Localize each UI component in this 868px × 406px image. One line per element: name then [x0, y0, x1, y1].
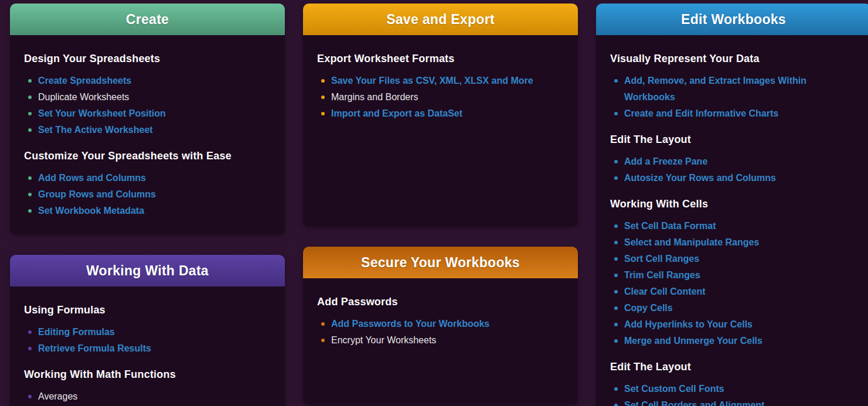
- card-header-save-export: Save and Export: [303, 4, 578, 35]
- section-save-export-0: Export Worksheet FormatsSave Your Files …: [317, 52, 564, 122]
- section-heading: Working With Math Functions: [24, 367, 271, 381]
- card-body-working-data: Using FormulasEditing FormulasRetrieve F…: [10, 286, 285, 406]
- topic-link[interactable]: Create and Edit Informative Charts: [610, 105, 857, 122]
- topic-item: Averages: [24, 388, 271, 405]
- section-create-1: Customize Your Spreadsheets with EaseAdd…: [24, 149, 271, 219]
- card-title: Working With Data: [86, 263, 209, 279]
- card-title: Create: [126, 12, 169, 28]
- column-2: Save and ExportExport Worksheet FormatsS…: [303, 4, 578, 405]
- topic-link[interactable]: Retrieve Formula Results: [24, 340, 271, 357]
- topic-link[interactable]: Clear Cell Content: [610, 284, 857, 300]
- topic-link[interactable]: Autosize Your Rows and Columns: [610, 170, 857, 186]
- topic-link[interactable]: Add Passwords to Your Workbooks: [317, 316, 564, 332]
- feature-board: CreateDesign Your SpreadsheetsCreate Spr…: [0, 0, 868, 406]
- column-3: Edit WorkbooksVisually Represent Your Da…: [596, 4, 868, 406]
- card-working-data: Working With DataUsing FormulasEditing F…: [10, 255, 285, 406]
- topic-link[interactable]: Add a Freeze Pane: [610, 153, 857, 170]
- topic-link[interactable]: Copy Cells: [610, 300, 857, 316]
- topic-link[interactable]: Editing Formulas: [24, 324, 271, 340]
- section-edit-workbooks-3: Edit The LayoutSet Custom Cell FontsSet …: [610, 360, 857, 406]
- card-edit-workbooks: Edit WorkbooksVisually Represent Your Da…: [596, 4, 868, 406]
- topic-link[interactable]: Trim Cell Ranges: [610, 267, 857, 284]
- section-edit-workbooks-0: Visually Represent Your DataAdd, Remove,…: [610, 52, 857, 122]
- card-title: Edit Workbooks: [681, 12, 786, 28]
- topic-link[interactable]: Import and Export as DataSet: [317, 105, 564, 122]
- card-header-edit-workbooks: Edit Workbooks: [596, 4, 868, 35]
- section-list: Create SpreadsheetsDuplicate WorksheetsS…: [24, 73, 271, 138]
- section-heading: Edit The Layout: [610, 360, 857, 374]
- topic-link[interactable]: Select and Manipulate Ranges: [610, 234, 857, 251]
- section-heading: Add Passwords: [317, 295, 564, 309]
- section-list: Averages: [24, 388, 271, 405]
- card-create: CreateDesign Your SpreadsheetsCreate Spr…: [10, 4, 285, 234]
- card-header-create: Create: [10, 4, 285, 35]
- section-list: Add Passwords to Your WorkbooksEncrypt Y…: [317, 316, 564, 349]
- topic-link[interactable]: Add, Remove, and Extract Images Within W…: [610, 73, 857, 105]
- topic-link[interactable]: Set Cell Data Format: [610, 218, 857, 234]
- card-secure: Secure Your WorkbooksAdd PasswordsAdd Pa…: [303, 247, 578, 405]
- topic-link[interactable]: Add Hyperlinks to Your Cells: [610, 316, 857, 333]
- section-working-data-1: Working With Math FunctionsAverages: [24, 367, 271, 405]
- topic-link[interactable]: Set Custom Cell Fonts: [610, 381, 857, 397]
- section-create-0: Design Your SpreadsheetsCreate Spreadshe…: [24, 52, 271, 138]
- section-heading: Customize Your Spreadsheets with Ease: [24, 149, 271, 163]
- topic-item: Duplicate Worksheets: [24, 89, 271, 105]
- topic-link[interactable]: Add Rows and Columns: [24, 170, 271, 186]
- topic-link[interactable]: Merge and Unmerge Your Cells: [610, 333, 857, 349]
- column-1: CreateDesign Your SpreadsheetsCreate Spr…: [10, 4, 285, 406]
- card-header-secure: Secure Your Workbooks: [303, 247, 578, 278]
- section-heading: Export Worksheet Formats: [317, 52, 564, 66]
- topic-link[interactable]: Set Workbook Metadata: [24, 203, 271, 219]
- section-working-data-0: Using FormulasEditing FormulasRetrieve F…: [24, 303, 271, 357]
- section-edit-workbooks-1: Edit The LayoutAdd a Freeze PaneAutosize…: [610, 132, 857, 186]
- card-header-working-data: Working With Data: [10, 255, 285, 286]
- topic-link[interactable]: Set Your Worksheet Position: [24, 105, 271, 122]
- section-list: Add, Remove, and Extract Images Within W…: [610, 73, 857, 122]
- topic-link[interactable]: Set The Active Worksheet: [24, 122, 271, 138]
- section-list: Add a Freeze PaneAutosize Your Rows and …: [610, 153, 857, 186]
- section-edit-workbooks-2: Working With CellsSet Cell Data FormatSe…: [610, 197, 857, 349]
- topic-link[interactable]: Create Spreadsheets: [24, 73, 271, 89]
- section-heading: Edit The Layout: [610, 132, 857, 146]
- section-heading: Working With Cells: [610, 197, 857, 211]
- topic-link[interactable]: Save Your Files as CSV, XML, XLSX and Mo…: [317, 73, 564, 89]
- topic-item: Encrypt Your Worksheets: [317, 332, 564, 349]
- topic-link[interactable]: Set Cell Borders and Alignment: [610, 397, 857, 406]
- section-list: Editing FormulasRetrieve Formula Results: [24, 324, 271, 357]
- section-heading: Visually Represent Your Data: [610, 52, 857, 66]
- section-secure-0: Add PasswordsAdd Passwords to Your Workb…: [317, 295, 564, 349]
- card-body-create: Design Your SpreadsheetsCreate Spreadshe…: [10, 35, 285, 234]
- section-list: Save Your Files as CSV, XML, XLSX and Mo…: [317, 73, 564, 122]
- section-heading: Design Your Spreadsheets: [24, 52, 271, 66]
- card-body-secure: Add PasswordsAdd Passwords to Your Workb…: [303, 278, 578, 405]
- card-save-export: Save and ExportExport Worksheet FormatsS…: [303, 4, 578, 227]
- topic-item: Margins and Borders: [317, 89, 564, 105]
- topic-link[interactable]: Group Rows and Columns: [24, 186, 271, 203]
- section-list: Set Custom Cell FontsSet Cell Borders an…: [610, 381, 857, 406]
- topic-link[interactable]: Sort Cell Ranges: [610, 251, 857, 267]
- card-body-edit-workbooks: Visually Represent Your DataAdd, Remove,…: [596, 35, 868, 406]
- section-list: Add Rows and ColumnsGroup Rows and Colum…: [24, 170, 271, 219]
- card-title: Save and Export: [386, 12, 495, 28]
- card-body-save-export: Export Worksheet FormatsSave Your Files …: [303, 35, 578, 227]
- section-list: Set Cell Data FormatSelect and Manipulat…: [610, 218, 857, 349]
- card-title: Secure Your Workbooks: [361, 255, 520, 271]
- section-heading: Using Formulas: [24, 303, 271, 317]
